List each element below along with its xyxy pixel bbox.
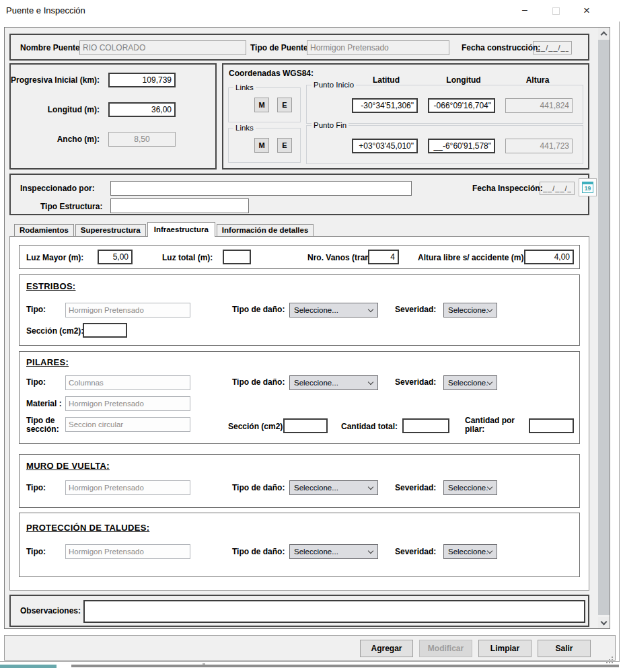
punto-fin-longitud-field[interactable] [428, 139, 495, 153]
inspeccionado-field[interactable] [110, 181, 412, 196]
punto-inicio-longitud-field[interactable] [428, 98, 495, 113]
nro-vanos-field[interactable] [368, 250, 399, 264]
muro-dano-select[interactable]: Seleccione... [289, 480, 378, 495]
fecha-inspeccion-label: Fecha Inspección: [472, 184, 543, 193]
inspeccionado-label: Inspeccionado por: [20, 184, 95, 193]
scroll-down-button[interactable] [598, 617, 610, 628]
calendar-icon-header [582, 182, 593, 184]
punto-inicio-group: Punto Inicio [306, 85, 583, 124]
luz-total-field[interactable] [223, 250, 251, 264]
salir-button[interactable]: Salir [538, 640, 591, 657]
limpiar-button[interactable]: Limpiar [478, 640, 532, 657]
col-latitud-label: Latitud [353, 75, 420, 85]
tab-informacion-detalles[interactable]: Información de detalles [217, 224, 314, 236]
pilares-cantidad-total-field[interactable] [402, 418, 449, 433]
altura-libre-label: Altura libre s/ accidente (m): [418, 253, 526, 262]
pilares-title: PILARES: [26, 357, 69, 367]
inspection-panel: Inspeccionado por: Fecha Inspección: 19 … [9, 174, 589, 215]
geometry-panel: Progresiva Inicial (km): Longitud (m): A… [9, 63, 217, 170]
estribos-title: ESTRIBOS: [26, 281, 75, 291]
links-m-button-inicio[interactable]: M [254, 98, 269, 112]
pilares-seccion-field[interactable] [283, 418, 328, 433]
luz-mayor-label: Luz Mayor (m): [26, 253, 83, 262]
close-button[interactable]: × [571, 0, 602, 22]
tab-rodamientos[interactable]: Rodamientos [14, 224, 74, 236]
ancho-field [108, 132, 176, 147]
muro-severidad-label: Severidad: [395, 483, 436, 492]
taludes-dano-label: Tipo de daño: [232, 547, 285, 556]
estribos-section: ESTRIBOS: Tipo: Tipo de daño: Seleccione… [19, 274, 580, 346]
links-e-button-inicio[interactable]: E [277, 98, 292, 112]
muro-title: MURO DE VUELTA: [26, 461, 110, 471]
modificar-button: Modificar [419, 640, 472, 657]
longitud-label: Longitud (m): [11, 105, 100, 114]
nombre-puente-field [79, 40, 246, 55]
estribos-tipo-label: Tipo: [26, 305, 46, 314]
window-controls: – × [509, 0, 602, 22]
punto-inicio-latitud-field[interactable] [352, 98, 418, 113]
muro-tipo-field [65, 480, 190, 495]
punto-fin-latitud-field[interactable] [352, 139, 418, 153]
calendar-icon: 19 [582, 182, 593, 193]
fecha-inspeccion-field[interactable] [540, 182, 575, 195]
chevron-down-icon [368, 484, 373, 490]
coordenadas-title: Coordenadas WGS84: [229, 69, 314, 78]
maximize-button [540, 0, 571, 22]
muro-dano-label: Tipo de daño: [232, 483, 285, 492]
fecha-construccion-field[interactable] [533, 41, 572, 54]
agregar-button[interactable]: Agregar [360, 640, 413, 657]
fecha-construccion-label: Fecha construcción: [462, 43, 540, 52]
scroll-up-button[interactable] [598, 28, 610, 39]
pilares-cantidad-pilar-field[interactable] [529, 418, 574, 433]
scrollbar-thumb[interactable] [598, 40, 610, 615]
tab-infraestructura[interactable]: Infraestructura [147, 222, 215, 237]
observaciones-field[interactable] [83, 600, 585, 623]
proteccion-taludes-section: PROTECCIÓN DE TALUDES: Tipo: Tipo de dañ… [19, 513, 580, 577]
col-altura-label: Altura [509, 75, 566, 85]
pilares-seccion-label: Sección (cm2): [228, 422, 285, 431]
desktop-gray-strip [71, 665, 619, 667]
tipo-puente-label: Tipo de Puente: [250, 43, 311, 52]
altura-libre-field[interactable] [524, 250, 574, 264]
pilares-material-field [65, 396, 190, 411]
minimize-icon: – [522, 4, 527, 15]
resize-grip-icon[interactable] [612, 657, 613, 658]
vertical-scrollbar[interactable] [598, 28, 610, 628]
pilares-severidad-select[interactable]: Seleccione. [443, 375, 497, 390]
estribos-seccion-label: Sección (cm2): [26, 326, 83, 336]
calendar-button[interactable]: 19 [579, 178, 597, 196]
pilares-tipo-field [65, 375, 190, 390]
observaciones-label: Observaciones: [20, 606, 81, 615]
minimize-button[interactable]: – [509, 0, 540, 22]
longitud-field[interactable] [108, 102, 176, 117]
progresiva-label: Progresiva Inicial (km): [11, 75, 100, 85]
observaciones-panel: Observaciones: [9, 595, 589, 627]
chevron-up-icon [601, 32, 608, 38]
coordinates-panel: Coordenadas WGS84: Latitud Longitud Altu… [222, 63, 589, 170]
taludes-severidad-label: Severidad: [395, 547, 436, 556]
muro-severidad-select[interactable]: Seleccione. [443, 480, 497, 495]
ancho-label: Ancho (m): [11, 135, 100, 144]
taludes-severidad-select[interactable]: Seleccione. [443, 544, 497, 559]
luz-mayor-field[interactable] [98, 250, 133, 264]
pilares-dano-select[interactable]: Seleccione... [289, 375, 378, 390]
taludes-dano-select[interactable]: Seleccione... [289, 544, 378, 559]
links-label-fin: Links [233, 124, 256, 132]
maximize-icon [552, 7, 560, 15]
progresiva-field[interactable] [108, 73, 176, 87]
muro-tipo-label: Tipo: [26, 483, 46, 492]
pilares-section: PILARES: Tipo: Tipo de daño: Seleccione.… [19, 351, 580, 444]
tipo-estructura-field[interactable] [110, 198, 249, 213]
estribos-dano-select[interactable]: Seleccione... [289, 303, 378, 318]
estribos-severidad-label: Severidad: [395, 305, 436, 314]
tab-strip: Rodamientos Superestructura Infraestruct… [14, 222, 315, 236]
tab-superestructura[interactable]: Superestructura [75, 224, 146, 236]
pilares-cantidad-pilar-label: Cantidad por pilar: [465, 416, 516, 434]
links-m-button-fin[interactable]: M [254, 138, 269, 153]
window-right-border [619, 22, 620, 662]
estribos-severidad-select[interactable]: Seleccione. [443, 303, 497, 318]
estribos-seccion-field[interactable] [83, 323, 127, 338]
links-e-button-fin[interactable]: E [277, 138, 292, 153]
punto-fin-label: Punto Fin [312, 121, 349, 129]
chevron-down-icon [368, 548, 373, 554]
